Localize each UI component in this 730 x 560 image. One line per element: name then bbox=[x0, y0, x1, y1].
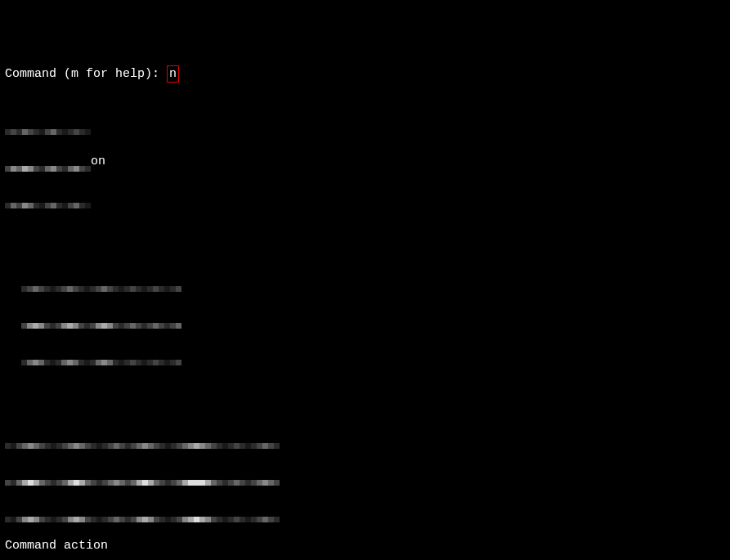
redacted-block-3 bbox=[5, 412, 280, 538]
redacted-block-1 bbox=[5, 98, 91, 224]
redacted-block-2 bbox=[21, 255, 181, 381]
cmd-prompt-text: Command (m for help): bbox=[5, 67, 167, 81]
command-action-line: Command action bbox=[5, 538, 725, 553]
cmd-line-n: Command (m for help): n bbox=[5, 65, 725, 83]
obscured-text-on: on bbox=[91, 155, 105, 168]
user-input-n[interactable]: n bbox=[167, 65, 179, 83]
